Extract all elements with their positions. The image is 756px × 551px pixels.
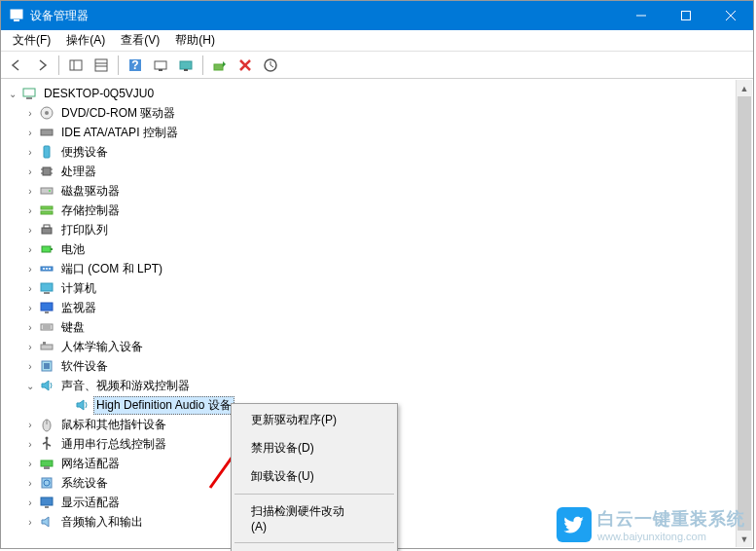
uninstall-button[interactable]	[234, 54, 257, 77]
node-label: 音频输入和输出	[58, 513, 146, 532]
help-button[interactable]: ?	[124, 54, 147, 77]
svg-point-42	[46, 268, 48, 270]
mouse-icon	[39, 417, 54, 432]
enable-button[interactable]	[208, 54, 232, 77]
svg-rect-54	[44, 363, 50, 369]
svg-rect-59	[44, 466, 50, 469]
tree-node[interactable]: › 人体学输入设备	[2, 337, 752, 356]
ctx-separator	[234, 494, 394, 495]
svg-rect-63	[45, 506, 49, 508]
svg-rect-16	[184, 69, 188, 71]
tree-node[interactable]: › 键盘	[2, 317, 752, 337]
tree-node[interactable]: › 电池	[2, 239, 752, 259]
node-label: 键盘	[58, 318, 88, 337]
svg-rect-0	[11, 10, 22, 18]
expander-icon[interactable]: ⌄	[23, 379, 37, 392]
forward-button[interactable]	[30, 54, 54, 77]
expander-icon[interactable]: ›	[23, 359, 37, 373]
expander-icon[interactable]: ›	[23, 281, 37, 295]
svg-rect-6	[70, 60, 82, 70]
node-label: 磁盘驱动器	[58, 182, 123, 201]
expander-icon[interactable]: ›	[23, 340, 37, 353]
expander-icon[interactable]: ›	[23, 457, 37, 470]
svg-rect-51	[41, 345, 53, 349]
tree-node[interactable]: ⌄ 声音、视频和游戏控制器	[2, 376, 752, 395]
system-icon	[39, 475, 54, 491]
svg-rect-14	[159, 69, 162, 71]
vertical-scrollbar[interactable]: ▲ ▼	[736, 80, 752, 547]
tree-node[interactable]: › 存储控制器	[2, 201, 752, 220]
ctx-uninstall-device[interactable]: 卸载设备(U)	[234, 462, 395, 491]
expander-icon[interactable]: ›	[23, 106, 37, 120]
properties-button[interactable]	[90, 54, 113, 77]
tree-node[interactable]: › 软件设备	[2, 356, 752, 376]
tree-node[interactable]: › 打印队列	[2, 220, 752, 239]
expander-icon[interactable]: ›	[23, 165, 37, 178]
close-button[interactable]	[708, 1, 753, 30]
expander-icon[interactable]: ›	[23, 203, 37, 217]
node-label: High Definition Audio 设备	[93, 396, 234, 415]
expander-icon[interactable]: ›	[23, 301, 37, 314]
scan-hardware-button[interactable]	[259, 54, 282, 77]
maximize-button[interactable]	[664, 1, 708, 30]
tree-node[interactable]: › 便携设备	[2, 142, 752, 162]
expander-icon[interactable]: ›	[23, 437, 37, 451]
menu-view[interactable]: 查看(V)	[113, 30, 167, 51]
tree-node[interactable]: › IDE ATA/ATAPI 控制器	[2, 123, 752, 142]
network-icon	[39, 456, 54, 471]
port-icon	[39, 261, 54, 276]
node-label: 鼠标和其他指针设备	[58, 416, 169, 434]
hid-icon	[39, 339, 54, 354]
portable-icon	[39, 144, 54, 160]
disk-icon	[39, 183, 54, 199]
ctx-properties[interactable]: 属性(R)	[234, 546, 395, 551]
svg-text:?: ?	[131, 58, 138, 72]
node-label: 电池	[58, 240, 88, 259]
expander-icon[interactable]: ›	[23, 262, 37, 276]
ctx-separator	[234, 542, 394, 543]
scroll-thumb[interactable]	[738, 96, 751, 531]
tree-node[interactable]: › 端口 (COM 和 LPT)	[2, 259, 752, 278]
menu-action[interactable]: 操作(A)	[58, 30, 113, 51]
expander-icon[interactable]: ›	[23, 126, 37, 139]
tree-node[interactable]: › DVD/CD-ROM 驱动器	[2, 103, 752, 123]
tree-node[interactable]: › 计算机	[2, 278, 752, 298]
update-driver-button[interactable]	[174, 54, 198, 77]
computer-icon	[39, 280, 54, 296]
watermark-title: 白云一键重装系统	[597, 507, 745, 531]
tree-root[interactable]: ⌄ DESKTOP-0Q5VJU0	[2, 84, 752, 103]
expander-icon[interactable]: ›	[23, 223, 37, 237]
storage-icon	[39, 202, 54, 218]
ctx-disable-device[interactable]: 禁用设备(D)	[234, 434, 395, 462]
svg-rect-39	[51, 248, 53, 250]
tree-node[interactable]: › 磁盘驱动器	[2, 181, 752, 201]
ctx-update-driver[interactable]: 更新驱动程序(P)	[234, 406, 395, 434]
app-icon	[9, 8, 24, 23]
svg-rect-1	[14, 19, 19, 21]
node-label: 便携设备	[58, 143, 111, 162]
expander-icon[interactable]: ›	[23, 242, 37, 256]
printer-icon	[39, 222, 54, 238]
menu-help[interactable]: 帮助(H)	[167, 30, 223, 51]
tree-node[interactable]: › 监视器	[2, 298, 752, 317]
minimize-button[interactable]	[619, 1, 664, 30]
show-hide-tree-button[interactable]	[64, 54, 88, 77]
tree-node[interactable]: › 处理器	[2, 162, 752, 181]
scroll-up-button[interactable]: ▲	[737, 80, 752, 96]
svg-rect-27	[43, 167, 51, 175]
titlebar: 设备管理器	[1, 1, 753, 30]
expander-icon[interactable]: ›	[23, 496, 37, 509]
node-label: 端口 (COM 和 LPT)	[58, 260, 165, 278]
ctx-scan-hardware[interactable]: 扫描检测硬件改动(A)	[234, 497, 395, 539]
expander-icon[interactable]: ⌄	[6, 87, 19, 100]
back-button[interactable]	[5, 54, 28, 77]
monitor-icon	[39, 300, 54, 315]
expander-icon[interactable]: ›	[23, 476, 37, 490]
expander-icon[interactable]: ›	[23, 184, 37, 198]
expander-icon[interactable]: ›	[23, 145, 37, 159]
expander-icon[interactable]: ›	[23, 320, 37, 334]
scan-button[interactable]	[149, 54, 172, 77]
expander-icon[interactable]: ›	[23, 515, 37, 529]
menu-file[interactable]: 文件(F)	[5, 30, 58, 51]
expander-icon[interactable]: ›	[23, 418, 37, 431]
